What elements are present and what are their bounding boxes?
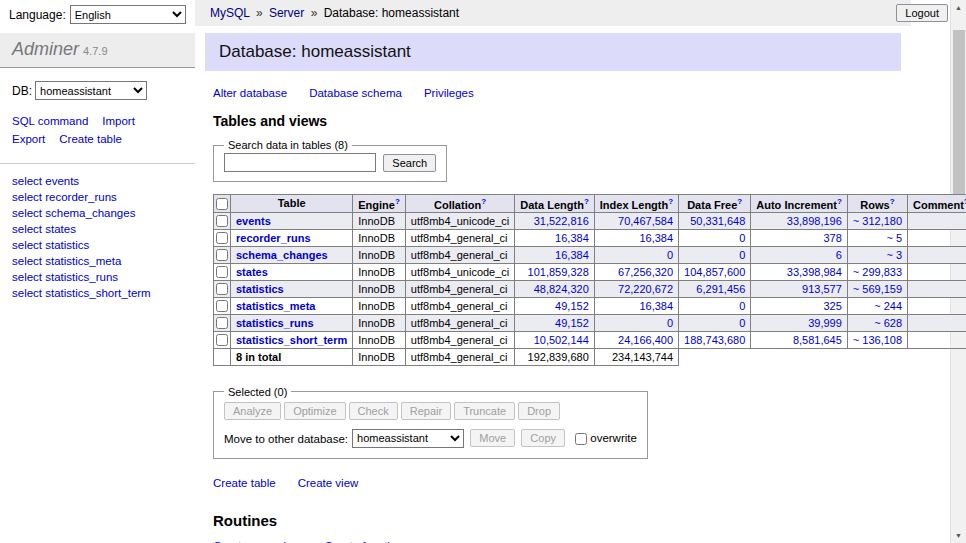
data-length-link[interactable]: 48,824,320 [534, 283, 589, 295]
logout-button[interactable]: Logout [896, 4, 948, 22]
data-free-link[interactable]: 104,857,600 [684, 266, 745, 278]
table-link-statistics-short-term[interactable]: statistics_short_term [236, 334, 347, 346]
data-free-link[interactable]: 6,291,456 [696, 283, 745, 295]
db-select[interactable]: homeassistant [35, 81, 147, 100]
breadcrumb-server-link[interactable]: Server [269, 6, 304, 20]
row-checkbox[interactable] [216, 232, 228, 244]
copy-button[interactable]: Copy [521, 429, 565, 447]
row-checkbox[interactable] [216, 215, 228, 227]
rows-count-link[interactable]: ~ 244 [874, 300, 902, 312]
data-length-link[interactable]: 101,859,328 [528, 266, 589, 278]
link-create-function[interactable]: Create function [325, 540, 403, 543]
button-truncate[interactable]: Truncate [454, 402, 515, 420]
column-help-icon[interactable]: ? [737, 197, 742, 206]
breadcrumb-mysql-link[interactable]: MySQL [210, 6, 250, 20]
data-free-link[interactable]: 50,331,648 [690, 215, 745, 227]
index-length-link[interactable]: 16,384 [639, 300, 673, 312]
auto-increment-link[interactable]: 39,999 [808, 317, 842, 329]
scrollbar-down-icon[interactable]: ▼ [951, 528, 966, 543]
column-help-icon[interactable]: ? [395, 197, 400, 206]
data-length-link[interactable]: 16,384 [555, 249, 589, 261]
sidebar-select-statistics-runs[interactable]: select statistics_runs [12, 269, 183, 285]
auto-increment-link[interactable]: 378 [824, 232, 842, 244]
index-length-link[interactable]: 67,256,320 [618, 266, 673, 278]
link-database-schema[interactable]: Database schema [309, 87, 402, 99]
link-create-procedure[interactable]: Create procedure [213, 540, 303, 543]
sidebar-link-export[interactable]: Export [12, 133, 45, 145]
button-repair[interactable]: Repair [401, 402, 451, 420]
data-free-link[interactable]: 0 [739, 300, 745, 312]
row-checkbox[interactable] [216, 249, 228, 261]
select-all-checkbox[interactable] [216, 198, 228, 210]
auto-increment-link[interactable]: 325 [824, 300, 842, 312]
column-help-icon[interactable]: ? [584, 197, 589, 206]
table-link-events[interactable]: events [236, 215, 271, 227]
button-drop[interactable]: Drop [518, 402, 560, 420]
column-help-icon[interactable]: ? [668, 197, 673, 206]
index-length-link[interactable]: 16,384 [639, 232, 673, 244]
rows-count-link[interactable]: ~ 136,108 [853, 334, 902, 346]
sidebar-link-import[interactable]: Import [102, 115, 135, 127]
auto-increment-link[interactable]: 33,398,984 [787, 266, 842, 278]
rows-count-link[interactable]: ~ 5 [887, 232, 903, 244]
language-select[interactable]: English [70, 5, 186, 24]
auto-increment-link[interactable]: 913,577 [802, 283, 842, 295]
column-help-icon[interactable]: ? [481, 197, 486, 206]
table-link-schema-changes[interactable]: schema_changes [236, 249, 328, 261]
column-help-icon[interactable]: ? [890, 197, 895, 206]
link-create-table[interactable]: Create table [213, 477, 276, 489]
rows-count-link[interactable]: ~ 3 [887, 249, 903, 261]
table-link-states[interactable]: states [236, 266, 268, 278]
index-length-link[interactable]: 24,166,400 [618, 334, 673, 346]
index-length-link[interactable]: 0 [667, 317, 673, 329]
app-logo-link[interactable]: Adminer [12, 39, 79, 59]
data-free-link[interactable]: 188,743,680 [684, 334, 745, 346]
search-button[interactable]: Search [383, 154, 436, 172]
button-optimize[interactable]: Optimize [284, 402, 345, 420]
move-db-select[interactable]: homeassistant [352, 429, 464, 448]
move-button[interactable]: Move [470, 429, 515, 447]
rows-count-link[interactable]: ~ 312,180 [853, 215, 902, 227]
table-link-statistics-meta[interactable]: statistics_meta [236, 300, 316, 312]
row-checkbox[interactable] [216, 334, 228, 346]
row-checkbox[interactable] [216, 283, 228, 295]
data-length-link[interactable]: 16,384 [555, 232, 589, 244]
rows-count-link[interactable]: ~ 628 [874, 317, 902, 329]
index-length-link[interactable]: 72,220,672 [618, 283, 673, 295]
row-checkbox[interactable] [216, 266, 228, 278]
data-free-link[interactable]: 0 [739, 317, 745, 329]
rows-count-link[interactable]: ~ 569,159 [853, 283, 902, 295]
sidebar-select-schema-changes[interactable]: select schema_changes [12, 205, 183, 221]
link-create-view[interactable]: Create view [298, 477, 359, 489]
index-length-link[interactable]: 0 [667, 249, 673, 261]
link-alter-database[interactable]: Alter database [213, 87, 287, 99]
link-privileges[interactable]: Privileges [424, 87, 474, 99]
sidebar-link-create-table[interactable]: Create table [59, 133, 122, 145]
sidebar-select-statistics-meta[interactable]: select statistics_meta [12, 253, 183, 269]
auto-increment-link[interactable]: 33,898,196 [787, 215, 842, 227]
column-help-icon[interactable]: ? [837, 197, 842, 206]
sidebar-select-recorder-runs[interactable]: select recorder_runs [12, 189, 183, 205]
index-length-link[interactable]: 70,467,584 [618, 215, 673, 227]
row-checkbox[interactable] [216, 317, 228, 329]
overwrite-control[interactable]: overwrite [575, 432, 637, 444]
data-length-link[interactable]: 31,522,816 [534, 215, 589, 227]
rows-count-link[interactable]: ~ 299,833 [853, 266, 902, 278]
sidebar-select-events[interactable]: select events [12, 173, 183, 189]
row-checkbox[interactable] [216, 300, 228, 312]
data-length-link[interactable]: 49,152 [555, 300, 589, 312]
sidebar-select-statistics[interactable]: select statistics [12, 237, 183, 253]
button-check[interactable]: Check [349, 402, 398, 420]
auto-increment-link[interactable]: 6 [836, 249, 842, 261]
auto-increment-link[interactable]: 8,581,645 [793, 334, 842, 346]
sidebar-link-sql-command[interactable]: SQL command [12, 115, 88, 127]
sidebar-select-statistics-short-term[interactable]: select statistics_short_term [12, 285, 183, 301]
table-link-statistics-runs[interactable]: statistics_runs [236, 317, 314, 329]
data-free-link[interactable]: 0 [739, 249, 745, 261]
overwrite-checkbox[interactable] [575, 433, 587, 445]
scrollbar-up-icon[interactable]: ▲ [951, 0, 966, 15]
sidebar-select-states[interactable]: select states [12, 221, 183, 237]
data-length-link[interactable]: 10,502,144 [534, 334, 589, 346]
search-input[interactable] [224, 153, 376, 172]
table-link-statistics[interactable]: statistics [236, 283, 284, 295]
